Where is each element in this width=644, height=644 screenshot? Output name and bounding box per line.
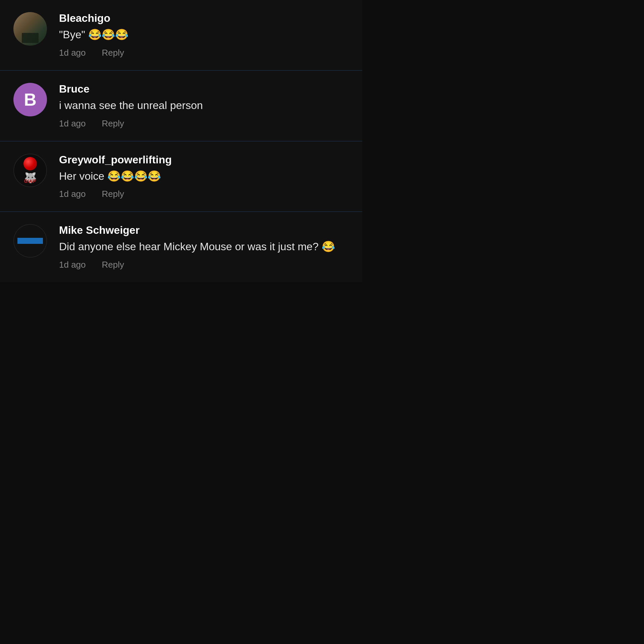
comment-meta: 1d ago Reply — [59, 48, 349, 58]
username: Mike Schweiger — [59, 224, 349, 236]
comment-content: Bleachigo "Bye" 😂😂😂 1d ago Reply — [59, 12, 349, 58]
emoji: 😂😂😂😂 — [107, 170, 161, 182]
comment-content: Greywolf_powerlifting Her voice 😂😂😂😂 1d … — [59, 154, 349, 200]
avatar — [13, 12, 47, 46]
comment-content: Mike Schweiger Did anyone else hear Mick… — [59, 224, 349, 270]
avatar: B — [13, 83, 47, 116]
timestamp: 1d ago — [59, 118, 86, 129]
comment-meta: 1d ago Reply — [59, 118, 349, 129]
timestamp: 1d ago — [59, 189, 86, 199]
username: Greywolf_powerlifting — [59, 154, 349, 166]
avatar-content: 🐺 GWP — [14, 154, 46, 186]
timestamp: 1d ago — [59, 260, 86, 270]
comment-meta: 1d ago Reply — [59, 260, 349, 270]
gwp-moon-icon — [23, 157, 37, 170]
reply-button[interactable]: Reply — [102, 48, 124, 58]
timestamp: 1d ago — [59, 48, 86, 58]
reply-button[interactable]: Reply — [102, 189, 124, 199]
comment-mike: Mike Schweiger Did anyone else hear Mick… — [0, 212, 362, 282]
avatar: 🐺 GWP — [13, 154, 47, 187]
reply-button[interactable]: Reply — [102, 260, 124, 270]
comment-text-plain: Did anyone else hear Mickey Mouse or was… — [59, 240, 322, 253]
comment-content: Bruce i wanna see the unreal person 1d a… — [59, 83, 349, 129]
avatar-initial: B — [24, 90, 37, 110]
comment-text: "Bye" 😂😂😂 — [59, 27, 349, 42]
emoji: 😂 — [322, 240, 335, 253]
comment-text: Did anyone else hear Mickey Mouse or was… — [59, 239, 349, 254]
comment-text: i wanna see the unreal person — [59, 98, 349, 113]
comment-text-plain: "Bye" — [59, 29, 88, 41]
comment-bleachigo: Bleachigo "Bye" 😂😂😂 1d ago Reply — [0, 0, 362, 71]
comment-text: Her voice 😂😂😂😂 — [59, 169, 349, 184]
avatar — [13, 224, 47, 258]
gwp-text: GWP — [24, 178, 36, 184]
username: Bleachigo — [59, 12, 349, 24]
reply-button[interactable]: Reply — [102, 118, 124, 129]
comment-text-plain: Her voice — [59, 170, 107, 182]
avatar-content — [14, 225, 46, 257]
mike-stripe — [17, 238, 43, 244]
comment-greywolf: 🐺 GWP Greywolf_powerlifting Her voice 😂😂… — [0, 142, 362, 212]
emoji: 😂😂😂 — [88, 29, 128, 41]
comment-meta: 1d ago Reply — [59, 189, 349, 199]
username: Bruce — [59, 83, 349, 95]
comment-bruce: B Bruce i wanna see the unreal person 1d… — [0, 71, 362, 142]
